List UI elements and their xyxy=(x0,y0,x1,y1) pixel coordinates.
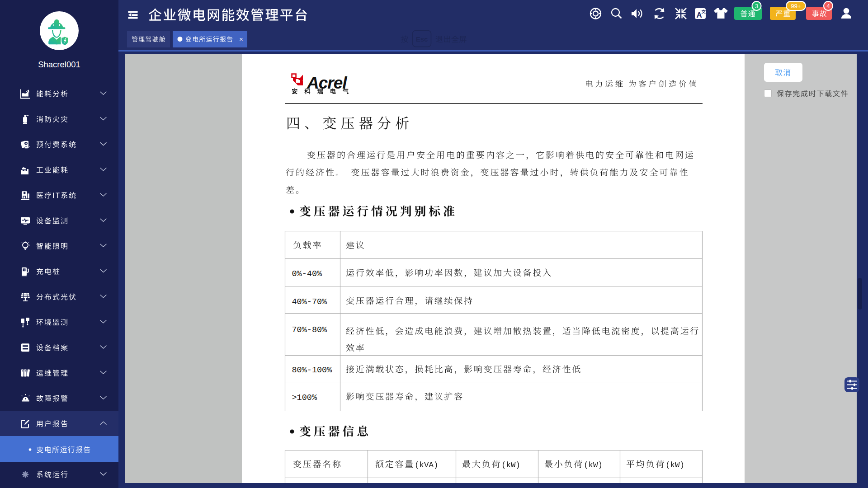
svg-text:70%-80%: 70%-80% xyxy=(292,325,328,335)
svg-text:Acrel: Acrel xyxy=(307,74,347,92)
svg-text:99+: 99+ xyxy=(791,3,801,9)
svg-text:40%-70%: 40%-70% xyxy=(292,297,328,307)
svg-text:80%-100%: 80%-100% xyxy=(292,366,333,375)
svg-text:0%-40%: 0%-40% xyxy=(292,269,323,279)
svg-text:Shacrel001: Shacrel001 xyxy=(38,60,80,69)
svg-text:3: 3 xyxy=(755,3,758,9)
svg-text:>100%: >100% xyxy=(292,393,317,403)
svg-text:Esc: Esc xyxy=(416,35,428,43)
svg-text:×: × xyxy=(239,35,243,43)
svg-text:4: 4 xyxy=(826,3,830,9)
svg-text:A: A xyxy=(697,11,702,19)
